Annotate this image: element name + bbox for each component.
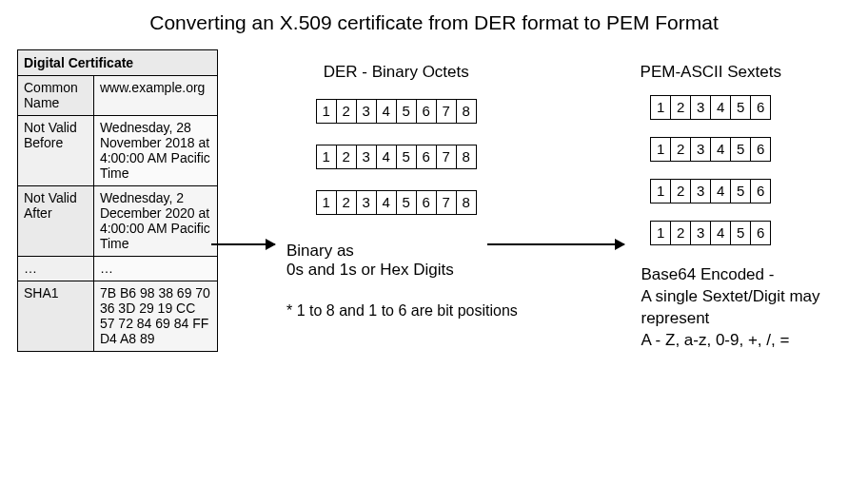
page-title: Converting an X.509 certificate from DER…	[17, 11, 851, 34]
der-bit: 2	[336, 99, 357, 124]
arrow-right-icon	[211, 243, 275, 245]
der-octet-row: 1 2 3 4 5 6 7 8	[316, 190, 477, 215]
pem-bit: 1	[650, 95, 671, 120]
der-bit: 2	[336, 145, 357, 169]
der-bit: 8	[456, 99, 477, 124]
arrow-right-icon	[487, 243, 624, 245]
pem-bit: 1	[650, 179, 671, 204]
cert-val-not-valid-before: Wednesday, 28 November 2018 at 4:00:00 A…	[93, 116, 217, 186]
cert-val-sha1: 7B B6 98 38 69 70 36 3D 29 19 CC 57 72 8…	[93, 281, 217, 351]
der-octet-row: 1 2 3 4 5 6 7 8	[316, 99, 477, 124]
pem-caption: Base64 Encoded - A single Sextet/Digit m…	[571, 264, 852, 352]
pem-bit: 6	[750, 179, 771, 204]
der-bit: 5	[396, 99, 417, 124]
pem-bit: 3	[690, 95, 711, 120]
pem-bit: 5	[730, 221, 751, 245]
pem-bit: 6	[750, 137, 771, 162]
pem-bit: 2	[670, 221, 691, 245]
pem-caption-line2: A single Sextet/Digit may	[641, 287, 820, 305]
pem-bit: 4	[710, 179, 731, 204]
cert-val-not-valid-after: Wednesday, 2 December 2020 at 4:00:00 AM…	[93, 186, 217, 257]
pem-bit: 1	[650, 137, 671, 162]
pem-bit: 6	[750, 95, 771, 120]
diagram-body: Digital Certificate Common Name www.exam…	[17, 49, 851, 352]
pem-sextet-row: 1 2 3 4 5 6	[650, 179, 771, 204]
der-bit: 6	[416, 190, 437, 215]
der-bit: 5	[396, 145, 417, 169]
der-bit: 4	[376, 190, 397, 215]
pem-bit: 5	[730, 137, 751, 162]
der-bit: 3	[356, 145, 377, 169]
der-bit: 4	[376, 145, 397, 169]
pem-bit: 2	[670, 137, 691, 162]
der-caption-line1: Binary as	[286, 242, 354, 260]
der-bit: 1	[316, 190, 337, 215]
pem-caption-line1: Base64 Encoded -	[641, 265, 775, 283]
der-bit: 1	[316, 99, 337, 124]
footnote: * 1 to 8 and 1 to 6 are bit positions	[256, 302, 537, 320]
cert-key-not-valid-before: Not Valid Before	[18, 116, 94, 186]
pem-bit: 2	[670, 95, 691, 120]
pem-sextet-row: 1 2 3 4 5 6	[650, 221, 771, 245]
pem-title: PEM-ASCII Sextets	[571, 63, 852, 82]
cert-val-ellipsis: …	[93, 257, 217, 281]
pem-bit: 4	[710, 137, 731, 162]
pem-sextet-row: 1 2 3 4 5 6	[650, 95, 771, 120]
pem-bit: 5	[730, 179, 751, 204]
pem-bit: 5	[730, 95, 751, 120]
der-bit: 6	[416, 145, 437, 169]
pem-bit: 3	[690, 179, 711, 204]
cert-key-sha1: SHA1	[18, 281, 94, 351]
der-bit: 6	[416, 99, 437, 124]
cert-val-common-name: www.example.org	[93, 76, 217, 116]
der-caption-line2: 0s and 1s or Hex Digits	[286, 261, 454, 279]
pem-column: PEM-ASCII Sextets 1 2 3 4 5 6 1 2 3 4 5 …	[571, 49, 852, 352]
pem-bit: 4	[710, 221, 731, 245]
der-bit: 7	[436, 145, 457, 169]
der-bit: 7	[436, 190, 457, 215]
pem-bit: 6	[750, 221, 771, 245]
pem-bit: 3	[690, 221, 711, 245]
der-bit: 7	[436, 99, 457, 124]
der-bit: 3	[356, 99, 377, 124]
der-octet-row: 1 2 3 4 5 6 7 8	[316, 145, 477, 169]
der-bit: 5	[396, 190, 417, 215]
der-bit: 8	[456, 190, 477, 215]
pem-sextet-row: 1 2 3 4 5 6	[650, 137, 771, 162]
pem-caption-line4: A - Z, a-z, 0-9, +, /, =	[641, 331, 790, 349]
der-bit: 4	[376, 99, 397, 124]
certificate-table: Digital Certificate Common Name www.exam…	[17, 49, 218, 352]
der-column: DER - Binary Octets 1 2 3 4 5 6 7 8 1 2 …	[256, 49, 537, 352]
cert-table-header: Digital Certificate	[18, 50, 218, 76]
pem-bit: 1	[650, 221, 671, 245]
pem-bit-rows: 1 2 3 4 5 6 1 2 3 4 5 6 1 2 3 4 5 6	[571, 95, 852, 245]
cert-key-common-name: Common Name	[18, 76, 94, 116]
der-bit: 1	[316, 145, 337, 169]
der-bit: 3	[356, 190, 377, 215]
der-caption: Binary as 0s and 1s or Hex Digits	[256, 242, 537, 280]
der-bit: 2	[336, 190, 357, 215]
pem-bit: 2	[670, 179, 691, 204]
der-bit: 8	[456, 145, 477, 169]
cert-key-not-valid-after: Not Valid After	[18, 186, 94, 257]
pem-bit: 4	[710, 95, 731, 120]
cert-key-ellipsis: …	[18, 257, 94, 281]
der-bit-rows: 1 2 3 4 5 6 7 8 1 2 3 4 5 6 7 8 1 2	[256, 99, 537, 215]
der-title: DER - Binary Octets	[256, 63, 537, 82]
pem-bit: 3	[690, 137, 711, 162]
pem-caption-line3: represent	[641, 309, 710, 327]
